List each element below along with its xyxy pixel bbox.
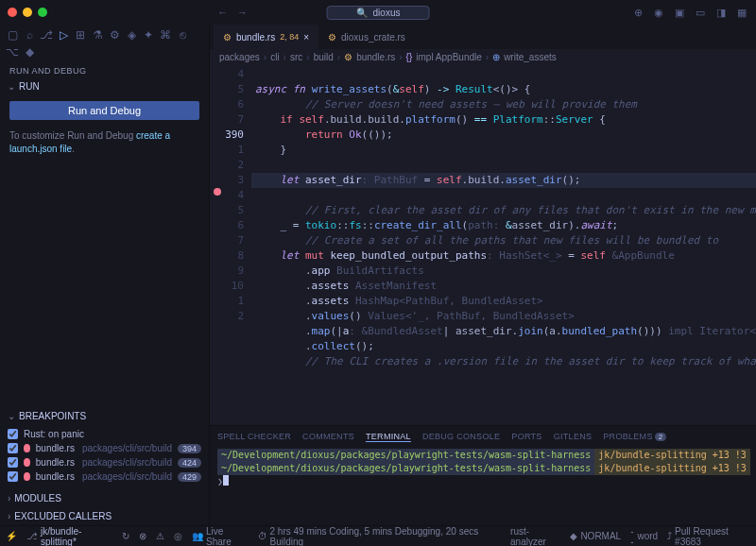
breakpoint-dot-icon: [24, 458, 30, 467]
history-nav: ← →: [217, 7, 248, 18]
editor[interactable]: 4 5 6 7 390 1 2 3 4 5 6 7 8 9 10 1 2 asy: [210, 65, 756, 425]
bp-checkbox[interactable]: [8, 457, 18, 468]
bottom-panel: SPELL CHECKER COMMENTS TERMINAL DEBUG CO…: [210, 425, 756, 525]
word-indicator[interactable]: -- word: [630, 526, 658, 547]
panel-icon[interactable]: ▭: [694, 6, 707, 19]
copilot-icon[interactable]: ⊕: [631, 6, 644, 19]
sidebar: ▢ ⌕ ⎇ ▷ ⊞ ⚗ ⚙ ◈ ✦ ⌘ ⎋ ⌥ ◆ RUN AND DEBUG …: [0, 25, 210, 525]
search-text: dioxus: [373, 8, 401, 18]
minimize-window[interactable]: [23, 8, 32, 17]
back-arrow-icon[interactable]: ←: [217, 7, 228, 18]
rust-analyzer[interactable]: rust-analyzer: [510, 526, 560, 547]
maximize-window[interactable]: [38, 8, 47, 17]
bp-checkbox[interactable]: [8, 471, 18, 482]
bp-checkbox[interactable]: [8, 429, 18, 439]
line-gutter: 4 5 6 7 390 1 2 3 4 5 6 7 8 9 10 1 2: [210, 65, 251, 425]
branch-indicator[interactable]: ⎇ jk/bundle-splitting*: [26, 526, 112, 547]
run-section[interactable]: RUN: [0, 77, 209, 95]
rust-file-icon: ⚙: [328, 32, 336, 43]
accounts-icon[interactable]: ◉: [652, 6, 665, 19]
breakpoints-section[interactable]: BREAKPOINTS: [0, 407, 209, 425]
wakatime[interactable]: ⏱ 2 hrs 49 mins Coding, 5 mins Debugging…: [258, 526, 502, 547]
sync-icon[interactable]: ↻: [122, 531, 129, 541]
window-controls: [8, 8, 47, 17]
command-center[interactable]: 🔍 dioxus: [327, 6, 430, 20]
rust-file-icon: ⚙: [223, 32, 232, 43]
terminal-cursor: [223, 475, 229, 486]
editor-group: ⚙ bundle.rs 2, 84 × ⚙ dioxus_crate.rs ⇄ …: [210, 25, 756, 525]
activity-bar: ▢ ⌕ ⎇ ▷ ⊞ ⚗ ⚙ ◈ ✦ ⌘ ⎋ ⌥ ◆: [0, 25, 209, 62]
tab-problems[interactable]: PROBLEMS2: [603, 432, 666, 441]
misc2-icon[interactable]: ⌘: [159, 28, 172, 42]
status-bar: ⚡ ⎇ jk/bundle-splitting* ↻ ⊗ ⚠ ◎ 👥 Live …: [0, 525, 756, 546]
radio-icon[interactable]: ◎: [174, 531, 182, 541]
tab-terminal[interactable]: TERMINAL: [366, 432, 411, 442]
breakpoint-list: Rust: on panic bundle.rs packages/cli/sr…: [0, 425, 209, 489]
misc4-icon[interactable]: ⌥: [6, 45, 19, 59]
search-icon[interactable]: ⌕: [23, 28, 36, 42]
misc5-icon[interactable]: ◆: [23, 45, 36, 59]
modules-section[interactable]: MODULES: [0, 489, 209, 507]
tab-debug-console[interactable]: DEBUG CONSOLE: [422, 432, 500, 441]
customize-icon[interactable]: ▦: [735, 6, 748, 19]
tab-dioxus-crate[interactable]: ⚙ dioxus_crate.rs: [318, 25, 415, 49]
misc-icon[interactable]: ✦: [142, 28, 155, 42]
errors-icon[interactable]: ⊗: [139, 531, 146, 541]
breakpoint-item[interactable]: bundle.rs packages/cli/src/build 424: [8, 455, 201, 469]
run-debug-icon[interactable]: ▷: [57, 28, 70, 42]
close-tab-icon[interactable]: ×: [303, 32, 309, 43]
view-title: RUN AND DEBUG: [0, 62, 209, 77]
tab-bar: ⚙ bundle.rs 2, 84 × ⚙ dioxus_crate.rs ⇄ …: [210, 25, 756, 49]
tab-ports[interactable]: PORTS: [511, 432, 541, 441]
sidebar-icon[interactable]: ◨: [714, 6, 728, 19]
layout-icon[interactable]: ▣: [673, 6, 686, 19]
misc3-icon[interactable]: ⎋: [176, 28, 189, 42]
breakpoint-item[interactable]: bundle.rs packages/cli/src/build 429: [8, 469, 201, 484]
breakpoint-dot-icon: [24, 444, 30, 452]
scm-icon[interactable]: ⎇: [40, 28, 53, 42]
gitlens-icon[interactable]: ◈: [125, 28, 138, 42]
run-debug-button[interactable]: Run and Debug: [9, 101, 199, 120]
tab-bundle[interactable]: ⚙ bundle.rs 2, 84 ×: [214, 25, 318, 49]
search-icon: 🔍: [356, 8, 368, 18]
vim-mode[interactable]: ◆ NORMAL: [570, 526, 621, 547]
explorer-icon[interactable]: ▢: [6, 28, 19, 42]
breakpoint-rust-panic[interactable]: Rust: on panic: [8, 427, 201, 441]
pull-request[interactable]: ⤴ Pull Request #3683: [667, 526, 750, 547]
forward-arrow-icon[interactable]: →: [237, 7, 248, 18]
remote-icon[interactable]: ⚙: [108, 28, 121, 42]
live-share[interactable]: 👥 Live Share: [192, 526, 248, 547]
tab-comments[interactable]: COMMENTS: [302, 432, 354, 441]
breadcrumb[interactable]: packages› cli› src› build› ⚙bundle.rs› {…: [210, 49, 756, 65]
tab-gitlens[interactable]: GITLENS: [554, 432, 593, 441]
extensions-icon[interactable]: ⊞: [74, 28, 87, 42]
launch-hint: To customize Run and Debug create a laun…: [0, 126, 209, 160]
excluded-section[interactable]: EXCLUDED CALLERS: [0, 507, 209, 525]
breakpoint-item[interactable]: bundle.rs packages/cli/src/build 394: [8, 441, 201, 455]
warnings-icon[interactable]: ⚠: [156, 531, 164, 541]
breakpoint-glyph[interactable]: [214, 188, 221, 196]
breakpoint-dot-icon: [24, 472, 30, 481]
test-icon[interactable]: ⚗: [91, 28, 104, 42]
panel-tabs: SPELL CHECKER COMMENTS TERMINAL DEBUG CO…: [210, 426, 756, 447]
remote-indicator[interactable]: ⚡: [6, 531, 17, 541]
tab-spellchecker[interactable]: SPELL CHECKER: [217, 432, 291, 441]
code-content[interactable]: async fn write_assets(&self) -> Result<(…: [251, 65, 756, 425]
bp-checkbox[interactable]: [8, 443, 18, 453]
title-bar: ← → 🔍 dioxus ⊕ ◉ ▣ ▭ ◨ ▦: [0, 0, 756, 25]
terminal[interactable]: ~/Development/dioxus/packages/playwright…: [210, 447, 756, 525]
close-window[interactable]: [8, 8, 17, 17]
